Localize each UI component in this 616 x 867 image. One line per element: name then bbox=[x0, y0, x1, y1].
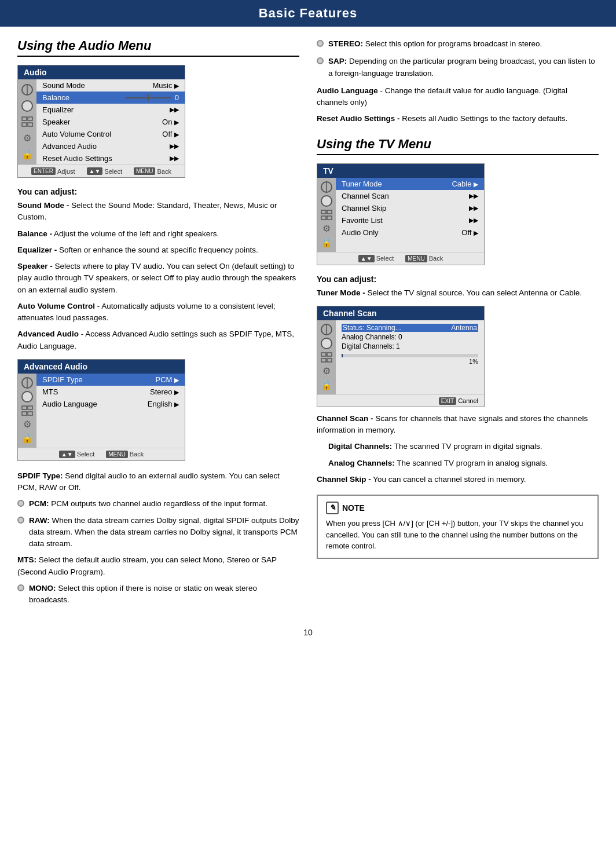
scan-status-label: Status: Scanning... bbox=[343, 324, 401, 332]
advanced-audio-section: Advanced Audio ⚙ bbox=[17, 359, 299, 606]
note-icon: ✎ bbox=[326, 502, 339, 514]
audio-section-title: Using the Audio Menu bbox=[17, 38, 299, 57]
bullet-circle-mono bbox=[17, 584, 24, 591]
icon-lock-2: 🔒 bbox=[20, 431, 34, 445]
adjust-auto-volume: Auto Volume Control - Automatically adju… bbox=[17, 301, 299, 324]
note-text: When you press [CH ∧/∨] (or [CH +/-]) bu… bbox=[326, 518, 589, 552]
stereo-bullet: STEREO: Select this option for programs … bbox=[317, 38, 599, 50]
note-header: ✎ NOTE bbox=[326, 502, 589, 514]
tv-adjust-section: You can adjust: Tuner Mode - Select the … bbox=[317, 275, 599, 299]
svg-rect-20 bbox=[321, 353, 326, 356]
tv-tuner-mode-desc: Tuner Mode - Select the TV signal source… bbox=[317, 287, 599, 299]
icon-lock: 🔒 bbox=[20, 147, 34, 161]
scan-progress-fill bbox=[342, 354, 343, 357]
svg-rect-10 bbox=[22, 412, 27, 415]
menu-item-tuner-mode[interactable]: Tuner Mode Cable ▶ bbox=[336, 178, 484, 190]
svg-rect-4 bbox=[22, 123, 27, 126]
icon-antenna bbox=[20, 83, 34, 97]
menu-item-favorite-list[interactable]: Favorite List ▶▶ bbox=[336, 214, 484, 226]
icon-circle-scan bbox=[320, 336, 333, 350]
scan-digital-row: Digital Channels: 1 bbox=[342, 342, 478, 350]
icon-antenna-tv bbox=[320, 180, 333, 194]
menu-item-reset-audio[interactable]: Reset Audio Settings ▶▶ bbox=[36, 152, 185, 164]
digital-channels-desc: Digital Channels: The scanned TV program… bbox=[317, 441, 599, 452]
menu-item-balance[interactable]: Balance 0 bbox=[36, 92, 185, 104]
channel-scan-footer: EXIT Cannel bbox=[317, 394, 484, 407]
icon-bars bbox=[20, 115, 34, 129]
scan-status-value: Antenna bbox=[451, 324, 477, 332]
bullet-circle-raw bbox=[17, 517, 24, 524]
audio-menu-title: Audio bbox=[18, 65, 185, 79]
tv-menu-icons: ⚙ 🔒 bbox=[317, 178, 336, 252]
menu-item-channel-skip[interactable]: Channel Skip ▶▶ bbox=[336, 202, 484, 214]
note-label: NOTE bbox=[342, 502, 365, 514]
spdif-desc: SPDIF Type: Send digital audio to an ext… bbox=[17, 470, 299, 494]
svg-rect-21 bbox=[327, 353, 332, 356]
left-column: Using the Audio Menu Audio bbox=[17, 38, 299, 610]
menu-item-audio-language[interactable]: Audio Language English ▶ bbox=[36, 398, 185, 410]
page-header: Basic Features bbox=[0, 0, 616, 27]
channel-scan-icons: ⚙ 🔒 bbox=[317, 320, 336, 394]
icon-lock-scan: 🔒 bbox=[320, 378, 333, 392]
svg-rect-8 bbox=[22, 406, 27, 409]
mts-desc: MTS: Select the default audio stream, yo… bbox=[17, 554, 299, 578]
tv-menu-title: TV bbox=[317, 164, 484, 178]
tv-menu-footer: ▲▼ Select MENU Back bbox=[317, 252, 484, 265]
menu-item-equalizer[interactable]: Equalizer ▶▶ bbox=[36, 104, 185, 116]
svg-rect-9 bbox=[28, 406, 32, 409]
tv-you-can-adjust-label: You can adjust: bbox=[317, 275, 599, 284]
menu-item-sound-mode[interactable]: Sound Mode Music ▶ bbox=[36, 79, 185, 92]
menu-item-auto-volume[interactable]: Auto Volume Control Off ▶ bbox=[36, 128, 185, 140]
svg-rect-22 bbox=[321, 358, 326, 362]
menu-item-advanced-audio[interactable]: Advanced Audio ▶▶ bbox=[36, 140, 185, 152]
adjust-equalizer: Equalizer - Soften or enhance the sound … bbox=[17, 244, 299, 256]
channel-scan-desc: Channel Scan - Scans for channels that h… bbox=[317, 413, 599, 437]
raw-bullet: RAW: When the data stream carries Dolby … bbox=[17, 515, 299, 550]
adjust-speaker: Speaker - Selects where to play TV audio… bbox=[17, 261, 299, 296]
audio-menu-items: Sound Mode Music ▶ Balance 0 bbox=[36, 79, 185, 164]
svg-rect-15 bbox=[327, 210, 332, 214]
icon-bars-scan bbox=[320, 350, 333, 364]
tv-section: Using the TV Menu TV bbox=[317, 137, 599, 559]
menu-item-speaker[interactable]: Speaker On ▶ bbox=[36, 116, 185, 128]
audio-adjust-section: You can adjust: Sound Mode - Select the … bbox=[17, 187, 299, 352]
menu-item-spdif[interactable]: SPDIF Type PCM ▶ bbox=[36, 374, 185, 386]
icon-circle-tv bbox=[320, 194, 333, 208]
menu-item-audio-only[interactable]: Audio Only Off ▶ bbox=[336, 226, 484, 239]
channel-scan-main: Status: Scanning... Antenna Analog Chann… bbox=[336, 320, 484, 394]
page-number: 10 bbox=[0, 622, 616, 649]
menu-item-channel-scan[interactable]: Channel Scan ▶▶ bbox=[336, 190, 484, 202]
svg-rect-17 bbox=[327, 216, 332, 220]
audio-menu-icons: ⚙ 🔒 bbox=[18, 79, 36, 164]
scan-progress-bar bbox=[342, 354, 478, 357]
scan-percent: 1% bbox=[342, 358, 478, 365]
tv-menu-items: Tuner Mode Cable ▶ Channel Scan ▶▶ Chann… bbox=[336, 178, 484, 252]
icon-gear-scan: ⚙ bbox=[320, 364, 333, 378]
menu-item-mts[interactable]: MTS Stereo ▶ bbox=[36, 386, 185, 398]
you-can-adjust-label: You can adjust: bbox=[17, 187, 299, 196]
bullet-circle-sap bbox=[317, 57, 324, 64]
scan-status-row: Status: Scanning... Antenna bbox=[342, 324, 478, 332]
advanced-audio-icons: ⚙ 🔒 bbox=[18, 374, 36, 448]
advanced-audio-menu-title: Advanced Audio bbox=[18, 360, 185, 374]
adjust-sound-mode: Sound Mode - Select the Sound Mode: Stan… bbox=[17, 200, 299, 224]
svg-rect-11 bbox=[28, 412, 32, 415]
icon-gear: ⚙ bbox=[20, 131, 34, 145]
bullet-circle-pcm bbox=[17, 500, 24, 507]
channel-scan-box: Channel Scan ⚙ bbox=[317, 306, 485, 407]
balance-track bbox=[125, 97, 171, 98]
svg-rect-14 bbox=[321, 210, 326, 214]
icon-bars-2 bbox=[20, 404, 34, 418]
icon-bars-tv bbox=[320, 208, 333, 222]
pcm-bullet: PCM: PCM outputs two channel audio regar… bbox=[17, 498, 299, 510]
svg-rect-16 bbox=[321, 216, 326, 220]
analog-channels-desc: Analog Channels: The scanned TV program … bbox=[317, 458, 599, 469]
scan-analog-row: Analog Channels: 0 bbox=[342, 333, 478, 341]
scan-analog-label: Analog Channels: 0 bbox=[342, 333, 402, 341]
mono-bullet: MONO: Select this option if there is noi… bbox=[17, 583, 299, 606]
adjust-balance: Balance - Adjust the volume of the left … bbox=[17, 228, 299, 240]
bullet-circle-stereo bbox=[317, 40, 324, 47]
audio-menu-box: Audio ⚙ bbox=[17, 65, 185, 178]
tv-section-title: Using the TV Menu bbox=[317, 137, 599, 155]
icon-circle-2 bbox=[20, 390, 34, 404]
